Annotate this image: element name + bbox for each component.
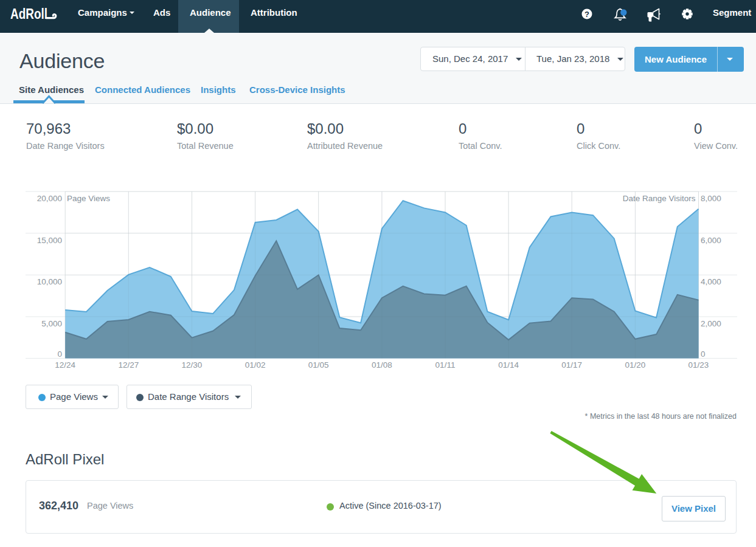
svg-text:12/30: 12/30 xyxy=(182,360,203,370)
svg-text:01/17: 01/17 xyxy=(561,360,582,370)
svg-text:Page Views: Page Views xyxy=(67,194,110,203)
svg-text:0: 0 xyxy=(57,349,62,359)
svg-text:AdRoll: AdRoll xyxy=(10,5,47,22)
svg-text:12/27: 12/27 xyxy=(118,360,139,370)
svg-text:6,000: 6,000 xyxy=(701,236,721,245)
svg-text:10,000: 10,000 xyxy=(37,277,62,286)
svg-text:01/02: 01/02 xyxy=(245,360,266,370)
svg-text:2,000: 2,000 xyxy=(701,319,721,328)
svg-text:01/14: 01/14 xyxy=(498,360,519,370)
svg-text:8,000: 8,000 xyxy=(701,194,721,203)
svg-text:5,000: 5,000 xyxy=(41,319,62,328)
svg-text:4,000: 4,000 xyxy=(701,277,721,286)
svg-text:01/05: 01/05 xyxy=(308,360,329,370)
svg-text:01/23: 01/23 xyxy=(688,360,709,370)
svg-text:12/24: 12/24 xyxy=(55,360,75,370)
svg-text:15,000: 15,000 xyxy=(37,236,62,245)
svg-text:Date Range Visitors: Date Range Visitors xyxy=(623,194,696,203)
svg-text:01/20: 01/20 xyxy=(625,360,646,370)
svg-text:01/08: 01/08 xyxy=(372,360,392,370)
svg-text:01/11: 01/11 xyxy=(435,360,456,370)
svg-text:20,000: 20,000 xyxy=(37,194,62,203)
svg-text:?: ? xyxy=(584,10,589,19)
svg-text:0: 0 xyxy=(701,349,706,359)
